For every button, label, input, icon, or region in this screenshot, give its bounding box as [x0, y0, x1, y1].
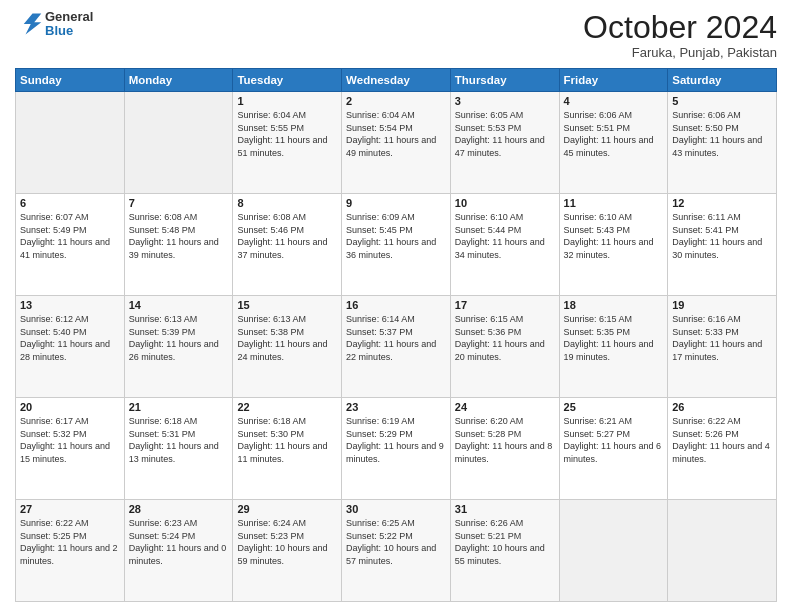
day-number: 28 [129, 503, 229, 515]
logo-text: General Blue [45, 10, 93, 39]
weekday-header-row: SundayMondayTuesdayWednesdayThursdayFrid… [16, 69, 777, 92]
day-cell: 29Sunrise: 6:24 AM Sunset: 5:23 PM Dayli… [233, 500, 342, 602]
day-info: Sunrise: 6:04 AM Sunset: 5:55 PM Dayligh… [237, 109, 337, 159]
day-cell: 12Sunrise: 6:11 AM Sunset: 5:41 PM Dayli… [668, 194, 777, 296]
day-cell: 9Sunrise: 6:09 AM Sunset: 5:45 PM Daylig… [342, 194, 451, 296]
day-cell: 16Sunrise: 6:14 AM Sunset: 5:37 PM Dayli… [342, 296, 451, 398]
day-cell: 17Sunrise: 6:15 AM Sunset: 5:36 PM Dayli… [450, 296, 559, 398]
day-number: 24 [455, 401, 555, 413]
day-info: Sunrise: 6:09 AM Sunset: 5:45 PM Dayligh… [346, 211, 446, 261]
day-number: 3 [455, 95, 555, 107]
day-number: 17 [455, 299, 555, 311]
day-cell: 10Sunrise: 6:10 AM Sunset: 5:44 PM Dayli… [450, 194, 559, 296]
day-cell: 31Sunrise: 6:26 AM Sunset: 5:21 PM Dayli… [450, 500, 559, 602]
day-cell: 4Sunrise: 6:06 AM Sunset: 5:51 PM Daylig… [559, 92, 668, 194]
day-cell: 15Sunrise: 6:13 AM Sunset: 5:38 PM Dayli… [233, 296, 342, 398]
day-cell [124, 92, 233, 194]
day-info: Sunrise: 6:06 AM Sunset: 5:51 PM Dayligh… [564, 109, 664, 159]
day-info: Sunrise: 6:19 AM Sunset: 5:29 PM Dayligh… [346, 415, 446, 465]
day-number: 23 [346, 401, 446, 413]
day-info: Sunrise: 6:13 AM Sunset: 5:39 PM Dayligh… [129, 313, 229, 363]
day-info: Sunrise: 6:15 AM Sunset: 5:35 PM Dayligh… [564, 313, 664, 363]
day-cell: 24Sunrise: 6:20 AM Sunset: 5:28 PM Dayli… [450, 398, 559, 500]
day-cell: 28Sunrise: 6:23 AM Sunset: 5:24 PM Dayli… [124, 500, 233, 602]
week-row-4: 20Sunrise: 6:17 AM Sunset: 5:32 PM Dayli… [16, 398, 777, 500]
day-cell: 22Sunrise: 6:18 AM Sunset: 5:30 PM Dayli… [233, 398, 342, 500]
day-info: Sunrise: 6:18 AM Sunset: 5:31 PM Dayligh… [129, 415, 229, 465]
day-cell: 18Sunrise: 6:15 AM Sunset: 5:35 PM Dayli… [559, 296, 668, 398]
day-info: Sunrise: 6:16 AM Sunset: 5:33 PM Dayligh… [672, 313, 772, 363]
day-info: Sunrise: 6:08 AM Sunset: 5:46 PM Dayligh… [237, 211, 337, 261]
day-cell: 7Sunrise: 6:08 AM Sunset: 5:48 PM Daylig… [124, 194, 233, 296]
day-cell: 3Sunrise: 6:05 AM Sunset: 5:53 PM Daylig… [450, 92, 559, 194]
day-number: 13 [20, 299, 120, 311]
day-cell: 5Sunrise: 6:06 AM Sunset: 5:50 PM Daylig… [668, 92, 777, 194]
logo-icon [15, 10, 43, 38]
week-row-3: 13Sunrise: 6:12 AM Sunset: 5:40 PM Dayli… [16, 296, 777, 398]
day-number: 25 [564, 401, 664, 413]
day-number: 4 [564, 95, 664, 107]
weekday-header-saturday: Saturday [668, 69, 777, 92]
day-cell: 27Sunrise: 6:22 AM Sunset: 5:25 PM Dayli… [16, 500, 125, 602]
day-number: 1 [237, 95, 337, 107]
logo: General Blue [15, 10, 93, 39]
day-cell: 26Sunrise: 6:22 AM Sunset: 5:26 PM Dayli… [668, 398, 777, 500]
day-info: Sunrise: 6:24 AM Sunset: 5:23 PM Dayligh… [237, 517, 337, 567]
day-number: 11 [564, 197, 664, 209]
day-number: 5 [672, 95, 772, 107]
day-info: Sunrise: 6:15 AM Sunset: 5:36 PM Dayligh… [455, 313, 555, 363]
day-number: 20 [20, 401, 120, 413]
header: General Blue October 2024 Faruka, Punjab… [15, 10, 777, 60]
day-number: 7 [129, 197, 229, 209]
day-cell: 23Sunrise: 6:19 AM Sunset: 5:29 PM Dayli… [342, 398, 451, 500]
day-info: Sunrise: 6:12 AM Sunset: 5:40 PM Dayligh… [20, 313, 120, 363]
day-number: 2 [346, 95, 446, 107]
day-number: 15 [237, 299, 337, 311]
month-title: October 2024 [583, 10, 777, 45]
day-info: Sunrise: 6:26 AM Sunset: 5:21 PM Dayligh… [455, 517, 555, 567]
day-number: 10 [455, 197, 555, 209]
day-cell: 21Sunrise: 6:18 AM Sunset: 5:31 PM Dayli… [124, 398, 233, 500]
day-cell: 1Sunrise: 6:04 AM Sunset: 5:55 PM Daylig… [233, 92, 342, 194]
day-info: Sunrise: 6:25 AM Sunset: 5:22 PM Dayligh… [346, 517, 446, 567]
day-info: Sunrise: 6:08 AM Sunset: 5:48 PM Dayligh… [129, 211, 229, 261]
day-cell [16, 92, 125, 194]
day-info: Sunrise: 6:11 AM Sunset: 5:41 PM Dayligh… [672, 211, 772, 261]
calendar-table: SundayMondayTuesdayWednesdayThursdayFrid… [15, 68, 777, 602]
day-number: 9 [346, 197, 446, 209]
day-info: Sunrise: 6:13 AM Sunset: 5:38 PM Dayligh… [237, 313, 337, 363]
day-number: 16 [346, 299, 446, 311]
day-cell: 11Sunrise: 6:10 AM Sunset: 5:43 PM Dayli… [559, 194, 668, 296]
day-info: Sunrise: 6:07 AM Sunset: 5:49 PM Dayligh… [20, 211, 120, 261]
weekday-header-wednesday: Wednesday [342, 69, 451, 92]
day-info: Sunrise: 6:20 AM Sunset: 5:28 PM Dayligh… [455, 415, 555, 465]
day-number: 22 [237, 401, 337, 413]
title-block: October 2024 Faruka, Punjab, Pakistan [583, 10, 777, 60]
day-info: Sunrise: 6:22 AM Sunset: 5:25 PM Dayligh… [20, 517, 120, 567]
day-info: Sunrise: 6:23 AM Sunset: 5:24 PM Dayligh… [129, 517, 229, 567]
day-number: 30 [346, 503, 446, 515]
day-cell: 14Sunrise: 6:13 AM Sunset: 5:39 PM Dayli… [124, 296, 233, 398]
day-info: Sunrise: 6:22 AM Sunset: 5:26 PM Dayligh… [672, 415, 772, 465]
week-row-2: 6Sunrise: 6:07 AM Sunset: 5:49 PM Daylig… [16, 194, 777, 296]
day-cell: 6Sunrise: 6:07 AM Sunset: 5:49 PM Daylig… [16, 194, 125, 296]
svg-marker-0 [24, 14, 42, 35]
weekday-header-tuesday: Tuesday [233, 69, 342, 92]
week-row-5: 27Sunrise: 6:22 AM Sunset: 5:25 PM Dayli… [16, 500, 777, 602]
day-number: 19 [672, 299, 772, 311]
day-number: 27 [20, 503, 120, 515]
day-number: 6 [20, 197, 120, 209]
day-info: Sunrise: 6:14 AM Sunset: 5:37 PM Dayligh… [346, 313, 446, 363]
day-info: Sunrise: 6:10 AM Sunset: 5:44 PM Dayligh… [455, 211, 555, 261]
location: Faruka, Punjab, Pakistan [583, 45, 777, 60]
day-number: 8 [237, 197, 337, 209]
day-info: Sunrise: 6:10 AM Sunset: 5:43 PM Dayligh… [564, 211, 664, 261]
page: General Blue October 2024 Faruka, Punjab… [0, 0, 792, 612]
day-info: Sunrise: 6:04 AM Sunset: 5:54 PM Dayligh… [346, 109, 446, 159]
weekday-header-thursday: Thursday [450, 69, 559, 92]
day-cell: 19Sunrise: 6:16 AM Sunset: 5:33 PM Dayli… [668, 296, 777, 398]
day-info: Sunrise: 6:06 AM Sunset: 5:50 PM Dayligh… [672, 109, 772, 159]
day-info: Sunrise: 6:21 AM Sunset: 5:27 PM Dayligh… [564, 415, 664, 465]
day-info: Sunrise: 6:17 AM Sunset: 5:32 PM Dayligh… [20, 415, 120, 465]
weekday-header-friday: Friday [559, 69, 668, 92]
